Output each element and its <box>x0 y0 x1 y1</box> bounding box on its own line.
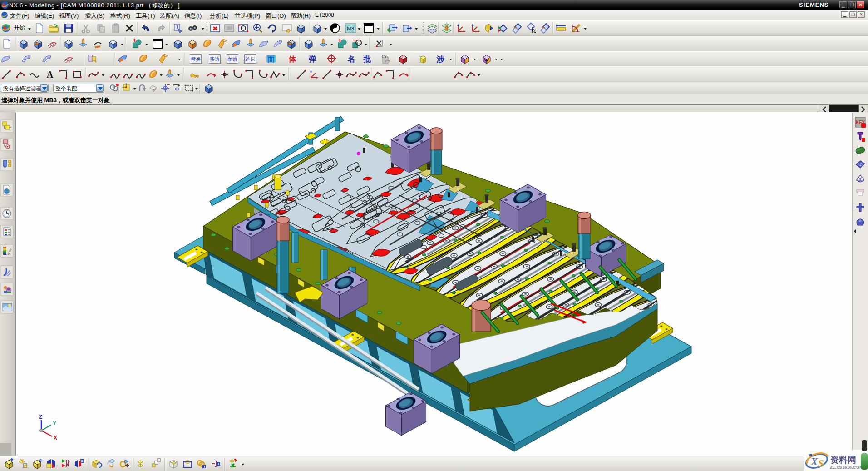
svg-text:X: X <box>810 456 818 467</box>
svg-text:ZL.XS1616.COM: ZL.XS1616.COM <box>830 465 863 470</box>
svg-text:Y: Y <box>53 420 56 426</box>
svg-text:体: 体 <box>288 55 297 64</box>
svg-text:实透: 实透 <box>210 56 220 62</box>
svg-text:S: S <box>818 458 824 469</box>
svg-text:A: A <box>47 69 54 79</box>
svg-text:替换: 替换 <box>191 56 201 62</box>
svg-text:名: 名 <box>347 55 355 64</box>
svg-text:i: i <box>218 462 219 466</box>
svg-text:PY: PY <box>385 59 390 63</box>
svg-text:批: 批 <box>363 55 371 64</box>
svg-text:Z: Z <box>39 414 42 420</box>
svg-text:X: X <box>54 435 57 441</box>
svg-text:M3: M3 <box>347 26 354 31</box>
svg-text:开始: 开始 <box>14 24 25 31</box>
svg-text:面透: 面透 <box>227 56 237 62</box>
svg-text:还原: 还原 <box>245 56 255 62</box>
svg-text:面: 面 <box>267 55 275 64</box>
svg-text:涉: 涉 <box>436 55 444 64</box>
svg-text:弹: 弹 <box>309 55 316 64</box>
svg-text:i: i <box>204 465 205 469</box>
svg-text:资料网: 资料网 <box>830 455 856 465</box>
